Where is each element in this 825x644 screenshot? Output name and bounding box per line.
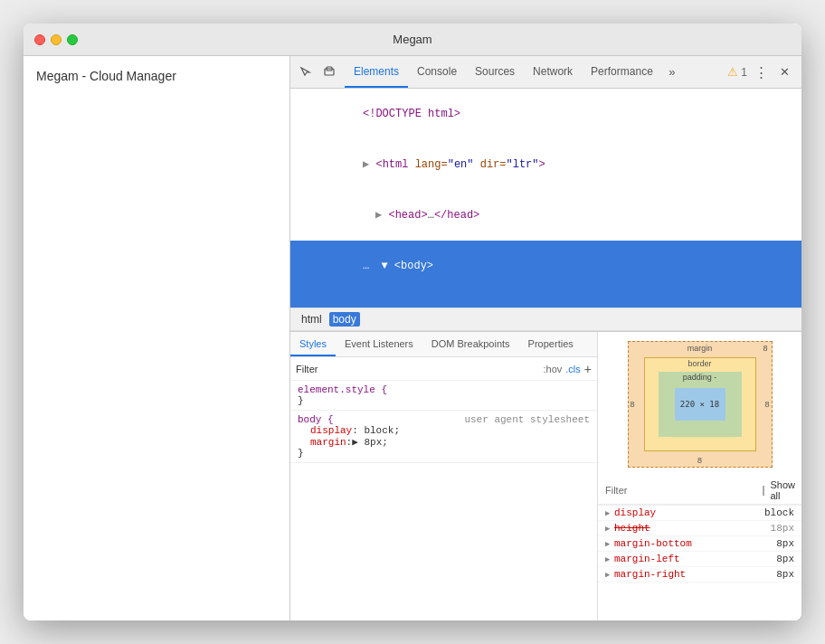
warning-count: 1: [741, 66, 747, 79]
computed-filter-input[interactable]: [632, 485, 757, 496]
filter-label: Filter: [296, 364, 318, 374]
close-devtools-icon[interactable]: ✕: [774, 62, 794, 82]
add-style-icon[interactable]: +: [584, 362, 592, 376]
dom-panel: <!DOCTYPE html> ▶ <html lang="en" dir="l…: [290, 89, 801, 308]
dom-line-body-text[interactable]: Megam – Cloud Manager: [290, 291, 801, 308]
computed-prop-height[interactable]: ▶ height 18px: [598, 521, 801, 536]
show-all-label: Show all: [770, 479, 795, 501]
cls-filter[interactable]: .cls: [565, 364, 581, 374]
computed-filter-row: Filter Show all: [598, 477, 801, 505]
titlebar: Megam: [24, 24, 801, 56]
dom-line-doctype[interactable]: <!DOCTYPE html>: [290, 89, 801, 139]
main-content: Megam - Cloud Manager: [24, 56, 801, 620]
inspect-icon[interactable]: [296, 62, 316, 82]
computed-prop-margin-right[interactable]: ▶ margin-right 8px: [598, 567, 801, 582]
style-prop-display: display: block;: [298, 425, 590, 436]
style-prop-margin: margin:▶ 8px;: [298, 436, 590, 448]
warning-badge[interactable]: ⚠ 1: [727, 65, 747, 79]
tab-event-listeners[interactable]: Event Listeners: [336, 332, 422, 356]
tab-console[interactable]: Console: [408, 56, 466, 88]
style-rule-body-header: body { user agent stylesheet: [298, 414, 590, 425]
minimize-button[interactable]: [51, 34, 62, 45]
bottom-panels: Styles Event Listeners DOM Breakpoints P…: [290, 331, 801, 620]
computed-props: ▶ display block ▶ height 18px ▶ margin-b…: [598, 505, 801, 620]
more-options-icon[interactable]: ⋮: [751, 62, 771, 82]
styles-content: element.style { } body { user agent styl…: [290, 381, 597, 620]
device-icon[interactable]: [319, 62, 339, 82]
box-diagram: margin 8 8 8 8 border: [628, 341, 773, 468]
computed-filter-label: Filter: [605, 485, 627, 496]
computed-prop-margin-bottom[interactable]: ▶ margin-bottom 8px: [598, 536, 801, 552]
breadcrumb-html[interactable]: html: [298, 312, 326, 327]
devtools-toolbar: Elements Console Sources Network Perform…: [290, 56, 801, 89]
devtools-window: Megam Megam - Cloud Manager: [24, 24, 801, 620]
breadcrumb-body[interactable]: body: [329, 312, 360, 327]
margin-left-value: 8: [631, 400, 635, 409]
box-model-container: margin 8 8 8 8 border: [598, 332, 801, 477]
page-title: Megam - Cloud Manager: [36, 69, 176, 83]
style-source: user agent stylesheet: [464, 414, 590, 425]
style-rule-closing: }: [298, 395, 590, 406]
maximize-button[interactable]: [67, 34, 78, 45]
devtools-icon-group: [290, 62, 345, 82]
border-label: border: [688, 359, 711, 368]
margin-right-value: 8: [764, 400, 769, 409]
filter-input[interactable]: [321, 364, 539, 374]
tab-properties[interactable]: Properties: [519, 332, 583, 356]
pseudo-filter[interactable]: :hov: [544, 364, 563, 374]
content-dimensions: 220 × 18: [680, 400, 719, 409]
computed-prop-margin-left[interactable]: ▶ margin-left 8px: [598, 552, 801, 567]
styles-panel: Styles Event Listeners DOM Breakpoints P…: [290, 332, 598, 620]
box-content: 220 × 18: [675, 388, 725, 421]
styles-tabs: Styles Event Listeners DOM Breakpoints P…: [290, 332, 597, 357]
close-button[interactable]: [34, 34, 45, 45]
toolbar-right: ⚠ 1 ⋮ ✕: [727, 62, 801, 82]
tab-dom-breakpoints[interactable]: DOM Breakpoints: [422, 332, 519, 356]
tab-sources[interactable]: Sources: [466, 56, 524, 88]
margin-bottom-value: 8: [697, 456, 702, 465]
show-all-checkbox[interactable]: [763, 486, 764, 496]
dom-line-head[interactable]: ▶ <head>…</head>: [290, 190, 801, 241]
tab-elements[interactable]: Elements: [345, 56, 408, 88]
tab-performance[interactable]: Performance: [582, 56, 662, 88]
window-title: Megam: [393, 33, 431, 46]
padding-label: padding -: [683, 373, 717, 382]
tab-network[interactable]: Network: [524, 56, 582, 88]
margin-top-value: 8: [763, 344, 767, 353]
style-rule-body-closing: }: [298, 448, 590, 459]
dom-line-body-open[interactable]: … ▼ <body>: [290, 241, 801, 291]
browser-page: Megam - Cloud Manager: [24, 56, 290, 620]
devtools-panel: Elements Console Sources Network Perform…: [290, 56, 801, 620]
style-rule-element: element.style { }: [290, 381, 597, 411]
dom-line-html[interactable]: ▶ <html lang="en" dir="ltr">: [290, 139, 801, 190]
more-tabs-icon[interactable]: »: [662, 62, 682, 82]
warning-icon: ⚠: [727, 65, 738, 79]
computed-prop-display[interactable]: ▶ display block: [598, 506, 801, 521]
styles-filter-bar: Filter :hov .cls +: [290, 357, 597, 381]
traffic-lights: [24, 34, 78, 45]
tab-styles[interactable]: Styles: [290, 332, 336, 356]
margin-label: margin: [688, 344, 713, 353]
breadcrumb-bar: html body: [290, 308, 801, 331]
box-model-panel: margin 8 8 8 8 border: [598, 332, 801, 620]
style-rule-body: body { user agent stylesheet display: bl…: [290, 411, 597, 463]
style-rule-selector: element.style {: [298, 384, 590, 395]
devtools-tabs: Elements Console Sources Network Perform…: [345, 56, 727, 88]
